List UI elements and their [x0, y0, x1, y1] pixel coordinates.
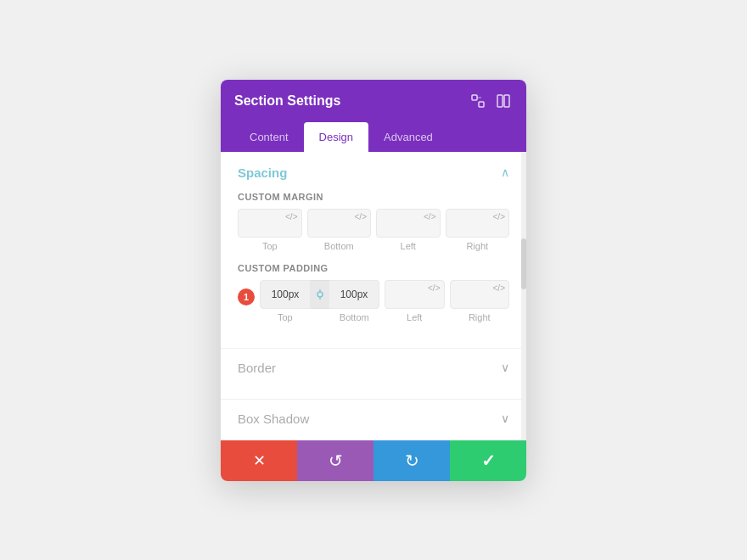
margin-bottom-code-icon: </> [355, 212, 367, 221]
tab-advanced[interactable]: Advanced [368, 122, 448, 152]
margin-right-code-icon: </> [493, 212, 505, 221]
padding-left-input[interactable]: </> [385, 280, 445, 309]
panel-title: Section Settings [234, 93, 340, 109]
border-section: Border ∨ [221, 349, 526, 400]
padding-top-bottom-field: 100px 100px [260, 280, 379, 309]
margin-bottom-cell: </> Bottom [307, 209, 372, 251]
scrollbar-track [521, 152, 526, 440]
padding-left-label: Left [407, 312, 422, 322]
margin-left-code-icon: </> [424, 212, 435, 221]
undo-button[interactable]: ↺ [297, 440, 374, 481]
redo-icon: ↻ [405, 451, 419, 471]
border-section-header[interactable]: Border ∨ [238, 361, 509, 375]
margin-left-cell: </> Left [376, 209, 441, 251]
columns-icon[interactable] [494, 92, 513, 110]
save-button[interactable]: ✓ [450, 440, 526, 481]
tab-design[interactable]: Design [304, 122, 368, 152]
save-icon: ✓ [481, 451, 496, 471]
margin-right-label: Right [466, 241, 488, 251]
margin-inputs-row: </> Top </> Bottom </> [238, 209, 509, 251]
custom-padding-label: Custom Padding [238, 263, 509, 273]
box-shadow-collapse-icon[interactable]: ∨ [501, 412, 509, 425]
padding-bottom-label: Bottom [329, 312, 380, 322]
padding-top-input[interactable]: 100px [260, 280, 311, 309]
margin-top-code-icon: </> [285, 212, 297, 221]
margin-right-cell: </> Right [446, 209, 510, 251]
cancel-icon: ✕ [253, 451, 266, 470]
padding-top-label: Top [260, 312, 311, 322]
header-icons [469, 92, 513, 110]
custom-margin-group: Custom Margin </> Top </> Bottom [238, 192, 509, 251]
custom-padding-group: Custom Padding 1 100px [238, 263, 509, 322]
margin-right-input[interactable]: </> [446, 209, 510, 238]
margin-left-input[interactable]: </> [376, 209, 441, 238]
resize-icon[interactable] [469, 92, 487, 110]
padding-left-code-icon: </> [428, 283, 440, 293]
box-shadow-section-header[interactable]: Box Shadow ∨ [238, 412, 509, 426]
redo-button[interactable]: ↻ [374, 440, 450, 481]
panel-header: Section Settings [221, 80, 526, 122]
spacing-collapse-icon[interactable]: ∧ [501, 165, 509, 179]
box-shadow-section: Box Shadow ∨ [221, 400, 526, 440]
scrollbar-thumb[interactable] [521, 238, 526, 289]
padding-top-bottom-linked: 100px 100px [260, 280, 379, 322]
box-shadow-title: Box Shadow [238, 412, 309, 426]
spacing-section: Spacing ∧ Custom Margin </> Top [221, 152, 526, 349]
padding-bottom-input[interactable]: 100px [329, 280, 379, 309]
undo-icon: ↺ [329, 451, 343, 471]
spacing-title: Spacing [238, 165, 287, 180]
custom-margin-label: Custom Margin [238, 192, 509, 202]
svg-rect-1 [479, 102, 484, 107]
tab-content[interactable]: Content [234, 122, 304, 152]
panel-footer: ✕ ↺ ↻ ✓ [221, 440, 526, 481]
svg-point-5 [317, 292, 323, 297]
padding-right-label: Right [469, 312, 491, 322]
padding-link-icon[interactable] [311, 280, 329, 309]
svg-rect-4 [504, 95, 509, 107]
section-settings-panel: Section Settings Content Design Advanced [221, 80, 526, 481]
border-collapse-icon[interactable]: ∨ [501, 361, 509, 374]
cancel-button[interactable]: ✕ [221, 440, 297, 481]
margin-left-label: Left [401, 241, 416, 251]
margin-top-input[interactable]: </> [238, 209, 302, 238]
padding-row-container: 1 100px [238, 280, 509, 322]
panel-body: Spacing ∧ Custom Margin </> Top [221, 152, 526, 440]
padding-right-code-icon: </> [493, 283, 505, 293]
margin-top-label: Top [262, 241, 278, 251]
padding-left-cell: </> Left [385, 280, 445, 322]
margin-top-cell: </> Top [238, 209, 302, 251]
svg-rect-3 [497, 95, 503, 107]
tab-bar: Content Design Advanced [221, 122, 526, 152]
padding-right-cell: </> Right [450, 280, 510, 322]
margin-bottom-input[interactable]: </> [307, 209, 372, 238]
padding-right-input[interactable]: </> [450, 280, 510, 309]
spacing-section-header[interactable]: Spacing ∧ [238, 165, 509, 180]
border-title: Border [238, 361, 276, 375]
padding-indicator-badge: 1 [238, 288, 255, 305]
margin-bottom-label: Bottom [324, 241, 354, 251]
svg-rect-0 [472, 95, 477, 100]
